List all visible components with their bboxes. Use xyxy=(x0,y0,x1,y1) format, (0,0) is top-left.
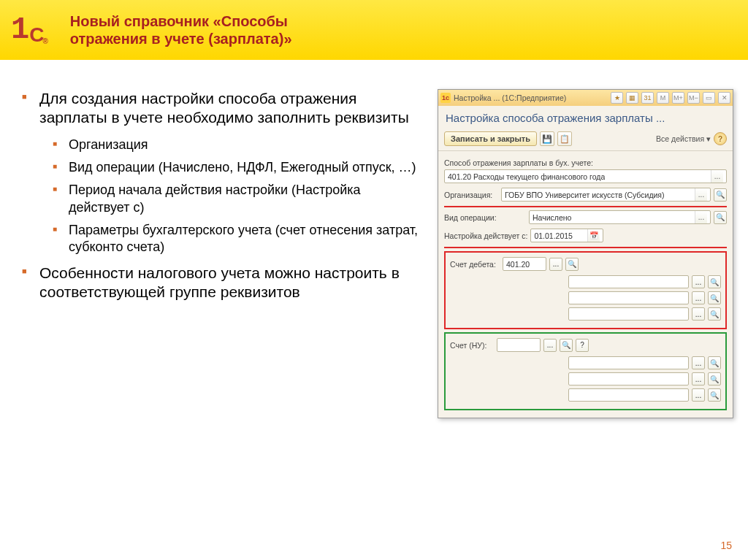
org-input[interactable]: ГОБУ ВПО Университет искусств (Субсидия)… xyxy=(501,188,711,202)
nu-subconto-1: ... 🔍 xyxy=(450,356,721,369)
nu-subconto-2: ... 🔍 xyxy=(450,372,721,386)
window-title: Настройка ... (1С:Предприятие) xyxy=(454,93,608,102)
close-button[interactable]: ✕ xyxy=(718,92,730,104)
debit-subconto-3: ... 🔍 xyxy=(450,307,721,321)
subconto-1-select-icon[interactable]: ... xyxy=(692,275,705,288)
nu-subconto-1-input[interactable] xyxy=(568,356,689,369)
report-icon-button[interactable]: 📋 xyxy=(557,131,572,146)
sub-bullet-4: Параметры бухгалтерского учета (счет отн… xyxy=(53,222,423,256)
method-select-icon[interactable]: ... xyxy=(711,170,723,183)
memory-mplus-button[interactable]: M+ xyxy=(672,92,684,104)
memory-m-button[interactable]: M xyxy=(657,92,669,104)
subconto-3-select-icon[interactable]: ... xyxy=(692,307,705,321)
sub-bullet-1: Организация xyxy=(53,137,423,153)
nu-label: Счет (НУ): xyxy=(450,341,494,350)
subconto-1-search-icon[interactable]: 🔍 xyxy=(708,275,721,288)
nu-sub-2-search-icon[interactable]: 🔍 xyxy=(708,372,721,386)
debit-search-icon[interactable]: 🔍 xyxy=(565,258,579,271)
debit-account-input[interactable]: 401.20 xyxy=(503,257,546,271)
app-window: 1c Настройка ... (1С:Предприятие) ★ ▦ 31… xyxy=(438,89,733,418)
operation-select-icon[interactable]: ... xyxy=(695,211,707,223)
nu-sub-3-search-icon[interactable]: 🔍 xyxy=(708,388,721,402)
org-label: Организация: xyxy=(444,191,498,199)
app-icon: 1c xyxy=(440,93,451,103)
org-search-icon[interactable]: 🔍 xyxy=(714,188,727,202)
nu-sub-1-select-icon[interactable]: ... xyxy=(692,356,705,369)
nu-subconto-2-input[interactable] xyxy=(568,372,689,386)
sub-bullet-3: Период начала действия настройки (Настро… xyxy=(53,182,423,216)
slide-body: Для создания настройки способа отражения… xyxy=(22,89,423,418)
toolbar-icon-star[interactable]: ★ xyxy=(611,92,623,104)
separator-1 xyxy=(444,206,727,207)
debit-subconto-2-input[interactable] xyxy=(568,291,689,304)
minimize-button[interactable]: ▭ xyxy=(703,92,715,104)
sub-bullet-2: Вид операции (Начислено, НДФЛ, Ежегодный… xyxy=(53,159,423,176)
nu-subconto-3-input[interactable] xyxy=(568,388,689,402)
debit-subconto-1-input[interactable] xyxy=(568,275,689,288)
save-icon-button[interactable]: 💾 xyxy=(540,131,554,146)
debit-subconto-2: ... 🔍 xyxy=(450,291,721,304)
debit-select-icon[interactable]: ... xyxy=(549,258,562,271)
nu-sub-3-select-icon[interactable]: ... xyxy=(692,388,705,402)
bullet-main-1: Для создания настройки способа отражения… xyxy=(22,89,423,256)
nu-select-icon[interactable]: ... xyxy=(543,339,557,352)
nu-subconto-3: ... 🔍 xyxy=(450,388,721,402)
help-button[interactable]: ? xyxy=(714,132,727,145)
nu-help-icon[interactable]: ? xyxy=(576,339,589,352)
subconto-3-search-icon[interactable]: 🔍 xyxy=(708,307,721,321)
debit-subconto-3-input[interactable] xyxy=(568,307,689,321)
org-select-icon[interactable]: ... xyxy=(695,188,707,201)
form-toolbar: Записать и закрыть 💾 📋 Все действия ▾ ? xyxy=(438,129,733,151)
operation-label: Вид операции: xyxy=(444,213,526,222)
date-picker-icon[interactable]: 📅 xyxy=(587,229,600,242)
form-heading: Настройка способа отражения зарплаты ... xyxy=(438,106,733,129)
slide-title: Новый справочник «Способы отражения в уч… xyxy=(70,12,292,47)
nu-group: Счет (НУ): ... 🔍 ? ... 🔍 ... 🔍 xyxy=(444,332,727,410)
debit-label: Счет дебета: xyxy=(450,260,500,269)
bullet-main-2: Особенности налогового учета можно настр… xyxy=(22,264,423,302)
method-input[interactable]: 401.20 Расходы текущего финансового года… xyxy=(444,169,727,183)
debit-group: Счет дебета: 401.20 ... 🔍 ... 🔍 ... 🔍 xyxy=(444,251,727,329)
operation-input[interactable]: Начислено ... xyxy=(529,210,711,224)
effective-from-label: Настройка действует с: xyxy=(444,231,527,240)
nu-search-icon[interactable]: 🔍 xyxy=(560,339,573,352)
operation-search-icon[interactable]: 🔍 xyxy=(714,211,727,224)
memory-mminus-button[interactable]: M− xyxy=(687,92,700,104)
nu-sub-2-select-icon[interactable]: ... xyxy=(692,372,705,386)
save-and-close-button[interactable]: Записать и закрыть xyxy=(444,131,537,146)
subconto-2-search-icon[interactable]: 🔍 xyxy=(708,291,721,304)
page-number: 15 xyxy=(720,540,732,551)
toolbar-icon-grid[interactable]: ▦ xyxy=(626,92,638,104)
debit-subconto-1: ... 🔍 xyxy=(450,275,721,288)
window-titlebar: 1c Настройка ... (1С:Предприятие) ★ ▦ 31… xyxy=(438,90,733,106)
date-input[interactable]: 01.01.2015 📅 xyxy=(530,229,603,242)
subconto-2-select-icon[interactable]: ... xyxy=(692,291,705,304)
separator-2 xyxy=(444,247,727,248)
nu-account-input[interactable] xyxy=(497,338,541,352)
slide-header: 1C® Новый справочник «Способы отражения … xyxy=(0,0,748,60)
all-actions-menu[interactable]: Все действия ▾ xyxy=(656,134,711,143)
nu-sub-1-search-icon[interactable]: 🔍 xyxy=(708,356,721,369)
toolbar-icon-calendar[interactable]: 31 xyxy=(641,92,654,104)
method-label: Способ отражения зарплаты в бух. учете: xyxy=(444,158,727,167)
logo-1c: 1C® xyxy=(11,15,48,45)
